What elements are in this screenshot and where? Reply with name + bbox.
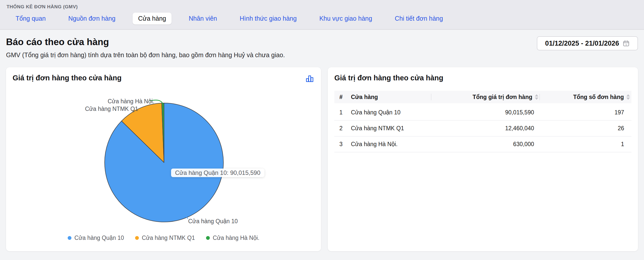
tab-khu-vuc-giao-hang[interactable]: Khu vực giao hàng (314, 13, 378, 24)
sort-icon-orders[interactable] (626, 94, 630, 100)
date-range-button[interactable]: 01/12/2025 - 21/01/2026 1 (537, 36, 638, 50)
legend-item-quan-10[interactable]: Cửa hàng Quận 10 (68, 235, 124, 241)
section-label: THỐNG KÊ ĐƠN HÀNG (GMV) (7, 4, 637, 10)
cell-gmv: 12,460,040 (431, 125, 540, 132)
tab-cua-hang[interactable]: Cửa hàng (133, 13, 172, 24)
pie-chart (6, 67, 321, 251)
table-row: 3 Cửa hàng Hà Nội. 630,000 1 (334, 137, 631, 152)
legend-item-ha-noi[interactable]: Cửa hàng Hà Nội. (206, 235, 259, 241)
table-header-row: # Cửa hàng Tổng giá trị đơn hàng Tổng số… (334, 91, 631, 103)
column-header-index: # (334, 94, 348, 101)
bar-chart-icon (305, 80, 314, 84)
tab-nguon-don-hang[interactable]: Nguồn đơn hàng (63, 13, 121, 24)
legend-item-ntmk[interactable]: Cửa hàng NTMK Q1 (135, 235, 195, 241)
tab-chi-tiet-don-hang[interactable]: Chi tiết đơn hàng (389, 13, 449, 24)
date-range-value: 01/12/2025 - 21/01/2026 (545, 40, 619, 47)
chart-legend: Cửa hàng Quận 10 Cửa hàng NTMK Q1 Cửa hà… (6, 235, 321, 241)
tab-tong-quan[interactable]: Tổng quan (10, 13, 51, 24)
pie-label-ntmk: Cửa hàng NTMK Q1 (85, 106, 138, 112)
table-card: Giá trị đơn hàng theo cửa hàng # Cửa hàn… (328, 67, 638, 251)
column-header-gmv[interactable]: Tổng giá trị đơn hàng (431, 94, 540, 101)
chart-card-title: Giá trị đơn hàng theo cửa hàng (13, 74, 122, 82)
cell-index: 1 (334, 109, 348, 116)
orders-table: # Cửa hàng Tổng giá trị đơn hàng Tổng số… (334, 91, 631, 152)
legend-dot-ntmk (135, 236, 139, 240)
page-subtitle: GMV (Tổng giá trị đơn hàng) tính dựa trê… (6, 51, 638, 59)
top-bar: THỐNG KÊ ĐƠN HÀNG (GMV) Tổng quan Nguồn … (0, 0, 644, 30)
cell-orders: 197 (540, 109, 631, 116)
calendar-icon: 1 (623, 40, 630, 47)
svg-text:1: 1 (626, 43, 627, 46)
legend-dot-ha-noi (206, 236, 210, 240)
cell-store: Cửa hàng NTMK Q1 (348, 125, 431, 132)
cell-orders: 26 (540, 125, 631, 132)
chart-card: Giá trị đơn hàng theo cửa hàng Cửa hàng … (6, 67, 321, 251)
cell-index: 3 (334, 141, 348, 148)
cell-store: Cửa hàng Quận 10 (348, 109, 431, 116)
page-header: Báo cáo theo cửa hàng GMV (Tổng giá trị … (6, 30, 638, 59)
chart-tooltip: Cửa hàng Quận 10: 90,015,590 (171, 169, 264, 177)
cell-store: Cửa hàng Hà Nội. (348, 141, 431, 148)
pie-label-ha-noi: Cửa hàng Hà Nội. (108, 98, 154, 105)
cell-index: 2 (334, 125, 348, 132)
sort-icon-gmv[interactable] (535, 94, 538, 100)
table-row: 1 Cửa hàng Quận 10 90,015,590 197 (334, 105, 631, 121)
cell-gmv: 630,000 (431, 141, 540, 148)
table-card-title: Giá trị đơn hàng theo cửa hàng (334, 74, 443, 82)
bar-chart-icon-button[interactable] (305, 74, 314, 83)
cell-gmv: 90,015,590 (431, 109, 540, 116)
column-header-store: Cửa hàng (348, 94, 431, 101)
table-row: 2 Cửa hàng NTMK Q1 12,460,040 26 (334, 121, 631, 137)
cell-orders: 1 (540, 141, 631, 148)
tab-hinh-thuc-giao-hang[interactable]: Hình thức giao hàng (234, 13, 302, 24)
tab-bar: Tổng quan Nguồn đơn hàng Cửa hàng Nhân v… (7, 13, 637, 24)
legend-dot-quan-10 (68, 236, 71, 240)
tab-nhan-vien[interactable]: Nhân viên (183, 13, 223, 24)
column-header-orders[interactable]: Tổng số đơn hàng (540, 94, 631, 101)
pie-label-quan-10: Cửa hàng Quận 10 (188, 218, 238, 225)
